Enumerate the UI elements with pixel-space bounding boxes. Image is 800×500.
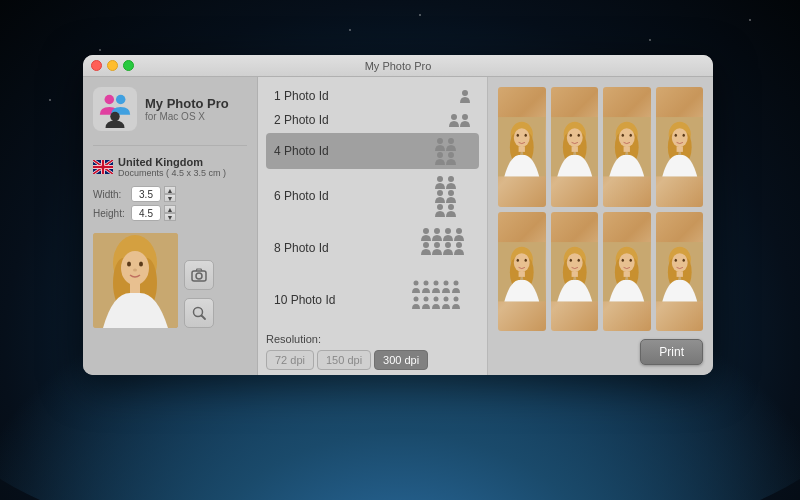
res-300-button[interactable]: 300 dpi: [374, 350, 428, 370]
res-72-button[interactable]: 72 dpi: [266, 350, 314, 370]
icon-buttons: [184, 260, 214, 328]
width-down[interactable]: ▼: [164, 194, 176, 202]
svg-point-17: [462, 90, 468, 96]
search-button[interactable]: [184, 298, 214, 328]
photo-option-10-label: 10 Photo Id: [274, 293, 335, 307]
svg-point-102: [630, 258, 632, 261]
svg-point-30: [423, 228, 429, 234]
photo-list: 1 Photo Id 2 Photo Id: [266, 85, 479, 325]
photo-option-1[interactable]: 1 Photo Id: [266, 85, 479, 107]
maximize-button[interactable]: [123, 60, 134, 71]
svg-point-23: [448, 152, 454, 158]
svg-point-77: [674, 134, 676, 137]
height-input[interactable]: 4.5: [131, 205, 161, 221]
width-up[interactable]: ▲: [164, 186, 176, 194]
app-header: My Photo Pro for Mac OS X: [93, 87, 247, 131]
print-button[interactable]: Print: [640, 339, 703, 365]
svg-rect-71: [624, 146, 630, 152]
svg-point-86: [525, 258, 527, 261]
titlebar: My Photo Pro: [83, 55, 713, 77]
photo-option-2-label: 2 Photo Id: [274, 113, 329, 127]
grid-photo-7: [603, 212, 651, 332]
svg-point-44: [424, 297, 429, 302]
photo-option-4[interactable]: 4 Photo Id: [266, 133, 479, 169]
svg-point-35: [434, 242, 440, 248]
res-150-button[interactable]: 150 dpi: [317, 350, 371, 370]
magnifier-icon: [191, 305, 207, 321]
svg-point-61: [569, 134, 571, 137]
svg-point-53: [517, 134, 519, 137]
app-subtitle: for Mac OS X: [145, 111, 229, 122]
grid-photo-2: [551, 87, 599, 207]
svg-point-39: [424, 281, 429, 286]
photo-option-8-label: 8 Photo Id: [274, 241, 329, 255]
svg-point-18: [451, 114, 457, 120]
grid-photo-3: [603, 87, 651, 207]
camera-button[interactable]: [184, 260, 214, 290]
photo-options-panel: 1 Photo Id 2 Photo Id: [258, 77, 488, 375]
country-name: United Kingdom: [118, 156, 226, 168]
svg-point-109: [674, 258, 676, 261]
height-label: Height:: [93, 208, 128, 219]
person-icon-1: [459, 89, 471, 103]
svg-point-43: [414, 297, 419, 302]
svg-point-29: [448, 204, 454, 210]
photo-option-4-icons: [435, 137, 471, 165]
svg-point-76: [671, 128, 687, 147]
print-btn-row: Print: [498, 339, 703, 365]
app-name: My Photo Pro: [145, 96, 229, 112]
person-icon-4: [435, 137, 471, 165]
photo-option-8[interactable]: 8 Photo Id: [266, 223, 479, 273]
photo-option-1-icons: [459, 89, 471, 103]
height-up[interactable]: ▲: [164, 205, 176, 213]
svg-rect-103: [624, 271, 630, 277]
svg-point-84: [514, 253, 530, 272]
svg-point-25: [448, 176, 454, 182]
country-docs: Documents ( 4.5 x 3.5 cm ): [118, 168, 226, 178]
svg-point-85: [517, 258, 519, 261]
svg-point-68: [619, 128, 635, 147]
svg-point-27: [448, 190, 454, 196]
close-button[interactable]: [91, 60, 102, 71]
app-icon-svg: [96, 90, 134, 128]
photo-option-6[interactable]: 6 Photo Id: [266, 171, 479, 221]
resolution-buttons: 72 dpi 150 dpi 300 dpi: [266, 350, 479, 370]
svg-point-60: [566, 128, 582, 147]
app-icon: [93, 87, 137, 131]
sidebar: My Photo Pro for Mac OS X United Kingdom…: [83, 77, 258, 375]
preview-photo: [93, 233, 178, 328]
camera-icon: [191, 267, 207, 283]
svg-rect-95: [571, 271, 577, 277]
divider-1: [93, 145, 247, 146]
height-down[interactable]: ▼: [164, 213, 176, 221]
grid-photo-6: [551, 212, 599, 332]
minimize-button[interactable]: [107, 60, 118, 71]
svg-point-69: [622, 134, 624, 137]
svg-point-37: [456, 242, 462, 248]
photo-grid: [498, 87, 703, 331]
photo-option-10-icons: [411, 279, 471, 321]
svg-point-31: [434, 228, 440, 234]
grid-photo-1: [498, 87, 546, 207]
svg-rect-55: [519, 146, 525, 152]
svg-point-100: [619, 253, 635, 272]
country-info: United Kingdom Documents ( 4.5 x 3.5 cm …: [118, 156, 226, 178]
svg-point-94: [577, 258, 579, 261]
height-stepper[interactable]: ▲ ▼: [164, 205, 176, 221]
svg-point-36: [445, 242, 451, 248]
photo-option-10[interactable]: 10 Photo Id: [266, 275, 479, 325]
svg-point-40: [434, 281, 439, 286]
photo-option-2[interactable]: 2 Photo Id: [266, 109, 479, 131]
photo-preview: [93, 233, 178, 328]
svg-point-22: [437, 152, 443, 158]
width-input[interactable]: 3.5: [131, 186, 161, 202]
width-stepper[interactable]: ▲ ▼: [164, 186, 176, 202]
svg-point-92: [566, 253, 582, 272]
svg-rect-111: [676, 271, 682, 277]
traffic-lights: [91, 60, 134, 71]
svg-point-21: [448, 138, 454, 144]
svg-point-26: [437, 190, 443, 196]
svg-point-101: [622, 258, 624, 261]
svg-rect-63: [571, 146, 577, 152]
svg-point-8: [121, 251, 149, 285]
